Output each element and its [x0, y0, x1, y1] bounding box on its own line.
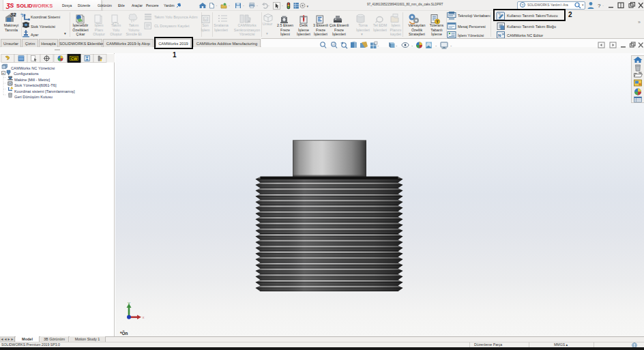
svg-text:-: -: [435, 43, 437, 48]
svg-text:S2: S2: [10, 12, 16, 17]
svg-text:x: x: [143, 315, 145, 319]
svg-text:-: -: [216, 3, 218, 8]
svg-text:-: -: [282, 3, 283, 8]
svg-text:-: -: [243, 3, 244, 8]
svg-text:·: ·: [602, 3, 604, 8]
svg-text:-: -: [411, 43, 413, 48]
svg-text:-: -: [377, 43, 379, 48]
svg-text:▾: ▾: [307, 4, 309, 8]
svg-text:M: M: [204, 18, 207, 22]
svg-text:N: N: [498, 33, 501, 38]
svg-text:-: -: [268, 3, 269, 8]
svg-text:-: -: [450, 43, 452, 48]
svg-text:-: -: [229, 3, 230, 8]
svg-text:?: ?: [598, 3, 601, 9]
svg-text:-: -: [396, 43, 398, 48]
svg-text:CW: CW: [71, 57, 78, 61]
svg-text:-: -: [257, 3, 258, 8]
